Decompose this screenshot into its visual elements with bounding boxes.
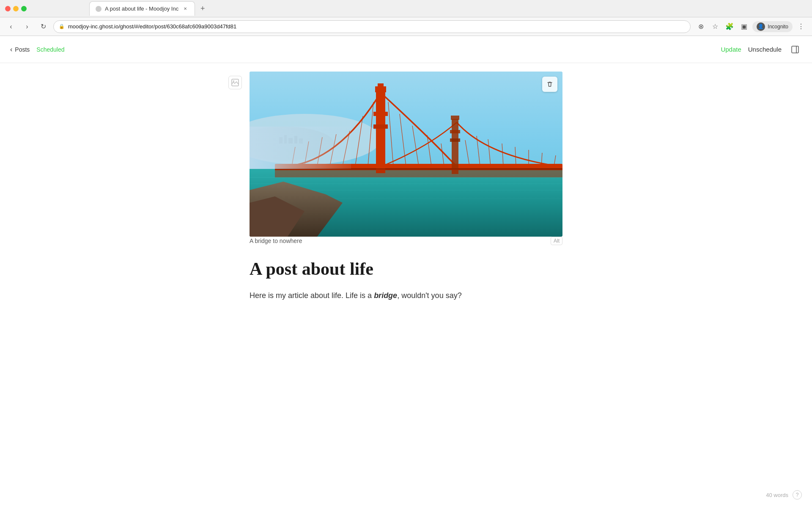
help-button[interactable]: ? (793, 490, 802, 500)
incognito-label: Incognito (768, 24, 788, 30)
more-options-button[interactable]: ⋮ (795, 21, 807, 33)
reload-button[interactable]: ↻ (37, 21, 49, 33)
back-button[interactable]: ‹ (5, 21, 17, 33)
editor-inner: A bridge to nowhere Alt A post about lif… (250, 72, 562, 319)
editor-content: A bridge to nowhere Alt A post about lif… (0, 63, 812, 508)
svg-rect-43 (450, 138, 460, 142)
window-controls (5, 6, 27, 11)
image-caption: A bridge to nowhere (250, 237, 546, 244)
back-label: Posts (15, 46, 30, 53)
minimize-window-button[interactable] (13, 6, 19, 11)
header-actions: Update Unschedule (721, 43, 802, 56)
address-bar: ‹ › ↻ 🔒 moodjoy-inc.ghost.io/ghost/#/edi… (0, 17, 812, 36)
tab-close-button[interactable]: ✕ (182, 6, 189, 12)
post-title[interactable]: A post about life (250, 259, 562, 279)
extensions-icon[interactable]: 🧩 (724, 21, 735, 33)
editor-header: ‹ Posts Scheduled Update Unschedule (0, 36, 812, 63)
word-count-bar: 40 words ? (766, 490, 802, 500)
svg-rect-0 (792, 46, 798, 53)
svg-rect-42 (450, 130, 460, 133)
svg-rect-44 (451, 116, 459, 120)
back-to-posts-link[interactable]: ‹ Posts (10, 46, 30, 53)
feature-image (250, 72, 562, 237)
cast-icon[interactable]: ⊗ (695, 21, 707, 33)
sidebar-browser-icon[interactable]: ▣ (738, 21, 750, 33)
word-count-label: 40 words (766, 492, 788, 498)
svg-rect-38 (373, 124, 388, 129)
bookmark-icon[interactable]: ☆ (709, 21, 721, 33)
unschedule-button[interactable]: Unschedule (748, 46, 782, 53)
image-caption-row: A bridge to nowhere Alt (250, 237, 562, 245)
browser-chrome: A post about life - Moodjoy Inc ✕ + ‹ › … (0, 0, 812, 36)
svg-rect-41 (452, 119, 458, 174)
incognito-badge: 👤 Incognito (752, 21, 793, 32)
tab-title: A post about life - Moodjoy Inc (105, 6, 178, 12)
tab-bar: A post about life - Moodjoy Inc ✕ + (55, 1, 242, 16)
svg-point-3 (233, 80, 234, 82)
update-button[interactable]: Update (721, 46, 741, 53)
svg-rect-45 (275, 169, 562, 177)
maximize-window-button[interactable] (21, 6, 27, 11)
feature-image-container: A bridge to nowhere Alt (250, 72, 562, 245)
new-tab-button[interactable]: + (197, 3, 208, 14)
svg-rect-36 (376, 91, 385, 173)
svg-rect-52 (250, 127, 351, 169)
forward-button[interactable]: › (21, 21, 33, 33)
svg-rect-37 (373, 112, 388, 116)
browser-actions: ⊗ ☆ 🧩 ▣ 👤 Incognito ⋮ (695, 21, 807, 33)
active-tab[interactable]: A post about life - Moodjoy Inc ✕ (89, 1, 195, 16)
post-body-prefix: Here is my article about life. Life is a (250, 291, 374, 300)
incognito-icon: 👤 (757, 22, 765, 31)
add-image-button[interactable] (228, 76, 242, 89)
lock-icon: 🔒 (59, 24, 65, 29)
svg-rect-40 (378, 83, 384, 88)
post-body[interactable]: Here is my article about life. Life is a… (250, 289, 562, 302)
post-body-suffix: , wouldn't you say? (397, 291, 462, 300)
delete-image-button[interactable] (542, 77, 557, 92)
sidebar-toggle-button[interactable] (788, 43, 802, 56)
url-text: moodjoy-inc.ghost.io/ghost/#/editor/post… (68, 23, 685, 30)
title-bar: A post about life - Moodjoy Inc ✕ + (0, 0, 812, 17)
back-arrow-icon: ‹ (10, 46, 12, 53)
post-body-bold-word: bridge (374, 291, 397, 300)
close-window-button[interactable] (5, 6, 11, 11)
url-bar[interactable]: 🔒 moodjoy-inc.ghost.io/ghost/#/editor/po… (53, 20, 691, 33)
tab-favicon (96, 6, 102, 12)
scheduled-status-badge: Scheduled (36, 46, 64, 53)
alt-badge[interactable]: Alt (551, 237, 562, 245)
